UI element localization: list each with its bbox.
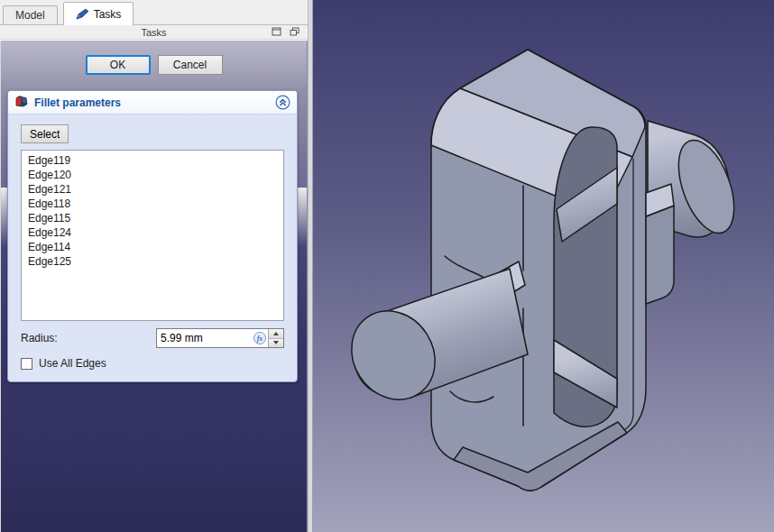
collapse-chevrons-icon[interactable]	[275, 95, 290, 110]
tasks-dock-header: Tasks	[0, 25, 308, 40]
tab-model[interactable]: Model	[3, 5, 58, 24]
3d-viewport[interactable]	[313, 0, 774, 532]
edge-list-item[interactable]: Edge114	[22, 240, 283, 254]
use-all-edges-checkbox[interactable]	[21, 358, 32, 370]
ok-button-label: OK	[110, 59, 125, 71]
edge-list[interactable]: Edge119Edge120Edge121Edge118Edge115Edge1…	[21, 150, 284, 321]
edge-list-item[interactable]: Edge120	[22, 168, 283, 182]
combo-view-tabbar: Model Tasks	[0, 0, 308, 25]
edge-list-item[interactable]: Edge121	[22, 182, 283, 197]
expression-fx-icon[interactable]: fx	[253, 332, 266, 344]
tab-model-label: Model	[15, 9, 45, 22]
tasks-body: OK Cancel Fillet parameters	[0, 40, 308, 532]
select-button[interactable]: Select	[21, 124, 69, 143]
tab-tasks[interactable]: Tasks	[63, 2, 134, 25]
spin-down-button[interactable]	[269, 338, 283, 348]
fillet-card-title: Fillet parameters	[34, 96, 121, 109]
tasks-dock-title: Tasks	[141, 27, 166, 38]
radius-row: Radius: fx	[21, 328, 284, 348]
radius-label: Radius:	[21, 332, 156, 344]
edge-list-item[interactable]: Edge124	[22, 225, 283, 240]
ok-button[interactable]: OK	[86, 55, 151, 75]
right-tab-face	[646, 206, 674, 304]
3d-scene[interactable]	[313, 0, 774, 532]
radius-input[interactable]	[157, 332, 244, 344]
edge-list-item[interactable]: Edge119	[22, 153, 283, 168]
pen-icon	[76, 8, 89, 20]
task-panel: Model Tasks Tasks	[0, 0, 308, 532]
fillet-card-titlebar: Fillet parameters	[8, 91, 297, 115]
use-all-edges-label: Use All Edges	[39, 357, 106, 370]
tab-tasks-label: Tasks	[94, 8, 122, 21]
edge-list-item[interactable]: Edge118	[22, 197, 283, 211]
edge-list-item[interactable]: Edge115	[22, 211, 283, 225]
fillet-card-content: Select Edge119Edge120Edge121Edge118Edge1…	[8, 115, 297, 381]
dock-float-icon[interactable]	[272, 27, 281, 36]
radius-spinbox: fx	[156, 328, 284, 348]
edge-list-item[interactable]: Edge125	[22, 254, 283, 269]
spin-up-button[interactable]	[269, 329, 283, 338]
use-all-edges-row: Use All Edges	[21, 357, 284, 370]
cancel-button-label: Cancel	[173, 59, 207, 71]
fillet-parameters-card: Fillet parameters Select Edge119Edge120E…	[7, 90, 298, 382]
fillet-icon	[14, 95, 29, 111]
dock-windows-icon[interactable]	[290, 27, 299, 36]
cancel-button[interactable]: Cancel	[158, 55, 223, 75]
